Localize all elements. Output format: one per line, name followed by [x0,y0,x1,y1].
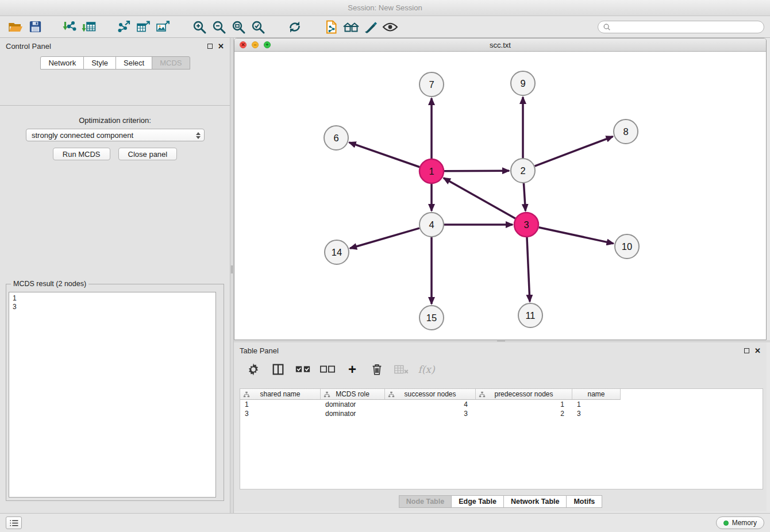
graph-node-label: 3 [523,219,529,230]
delete-table-icon[interactable] [394,361,410,377]
minimize-window-button[interactable]: − [252,41,259,48]
graph-node-label: 1 [429,166,434,176]
graph-node-label: 4 [429,219,434,230]
show-columns-icon[interactable] [270,361,286,377]
close-panel-button[interactable]: Close panel [118,148,178,160]
network-window-titlebar[interactable]: scc.txt ✕ − + [234,38,766,52]
tab-style[interactable]: Style [83,56,116,70]
open-file-icon[interactable] [6,17,25,37]
tab-node-table[interactable]: Node Table [399,495,452,508]
network-graph[interactable]: 7968124314101511 [234,52,766,340]
main-toolbar [0,16,770,38]
maximize-window-button[interactable]: + [264,41,271,48]
graph-edge-3-10[interactable] [538,228,613,244]
column-label: name [587,390,605,398]
show-hide-icon[interactable] [380,17,400,37]
graph-edge-3-11[interactable] [527,237,530,302]
table-row[interactable]: 1 dominator 4 1 1 [240,400,763,409]
export-network-icon[interactable] [114,17,133,37]
criterion-dropdown[interactable]: strongly connected component [26,129,205,141]
table-panel: Table Panel ✕ + [234,342,767,511]
cell-mcds-role[interactable]: dominator [321,410,385,418]
cell-mcds-role[interactable]: dominator [321,400,385,408]
tab-motifs[interactable]: Motifs [566,495,602,508]
table-panel-header: Table Panel ✕ [234,342,767,358]
delete-columns-icon[interactable] [369,361,385,377]
function-builder-icon[interactable]: f(x) [418,361,434,377]
network-from-selection-icon[interactable] [322,17,341,37]
column-label: MCDS role [336,390,369,398]
graph-edge-4-14[interactable] [350,228,419,248]
tab-mcds[interactable]: MCDS [152,56,190,70]
list-icon [9,519,19,527]
table-panel-tabs: Node Table Edge Table Network Table Moti… [234,495,767,508]
column-header-successor-nodes[interactable]: successor nodes [385,389,476,400]
zoom-fit-icon[interactable] [229,17,248,37]
column-label: successor nodes [404,390,456,398]
apply-layout-icon[interactable] [285,17,305,37]
mcds-result-line: 3 [9,303,215,311]
save-session-icon[interactable] [25,17,45,37]
tree-icon [388,391,395,398]
graph-edge-1-6[interactable] [349,142,420,167]
control-panel-title: Control Panel [6,42,51,51]
graph-edge-2-3[interactable] [523,183,525,211]
column-header-shared-name[interactable]: shared name [240,389,321,400]
run-mcds-button[interactable]: Run MCDS [53,148,110,160]
mcds-result-line: 1 [9,294,215,303]
network-canvas[interactable]: 7968124314101511 [234,52,766,340]
graph-node-label: 10 [622,241,632,252]
dropdown-stepper-icon [195,131,201,140]
graph-edge-1-2[interactable] [444,171,509,171]
tab-edge-table[interactable]: Edge Table [451,495,504,508]
criterion-dropdown-value: strongly connected component [32,131,133,140]
zoom-in-icon[interactable] [190,17,209,37]
unselect-all-icon[interactable] [319,361,336,377]
float-panel-icon[interactable] [744,348,749,353]
vertical-splitter[interactable] [230,38,234,513]
cell-shared-name[interactable]: 3 [240,410,321,418]
import-network-icon[interactable] [60,17,79,37]
tab-network-table[interactable]: Network Table [503,495,567,508]
first-neighbors-icon[interactable] [341,17,361,37]
mcds-result-box[interactable]: 1 3 [9,292,216,498]
create-column-icon[interactable]: + [344,361,360,377]
cell-predecessor-nodes[interactable]: 2 [476,410,572,418]
zoom-out-icon[interactable] [209,17,229,37]
mcds-result-legend: MCDS result (2 nodes) [11,280,88,288]
column-header-name[interactable]: name [572,389,621,400]
network-window-title: scc.txt [234,41,766,49]
zoom-selected-icon[interactable] [248,17,268,37]
memory-button[interactable]: Memory [716,516,764,529]
search-input[interactable] [614,23,759,31]
cell-predecessor-nodes[interactable]: 1 [476,400,572,408]
export-table-icon[interactable] [133,17,153,37]
column-header-predecessor-nodes[interactable]: predecessor nodes [476,389,572,400]
float-panel-icon[interactable] [207,44,213,49]
graph-edge-3-1[interactable] [444,178,515,218]
close-panel-icon[interactable]: ✕ [218,43,224,50]
graph-edge-2-8[interactable] [535,137,613,167]
memory-label: Memory [732,519,757,527]
close-window-button[interactable]: ✕ [240,41,247,48]
column-header-mcds-role[interactable]: MCDS role [321,389,385,400]
graph-node-label: 11 [525,310,535,321]
cell-shared-name[interactable]: 1 [240,400,321,408]
cell-name[interactable]: 1 [572,400,621,408]
tab-select[interactable]: Select [116,56,152,70]
export-image-icon[interactable] [153,17,172,37]
close-panel-icon[interactable]: ✕ [754,347,761,354]
cell-name[interactable]: 3 [572,410,621,418]
graph-node-label: 2 [520,165,525,176]
window-title: Session: New Session [348,3,422,12]
show-panels-button[interactable] [6,516,22,529]
search-box[interactable] [598,21,764,33]
apply-style-icon[interactable] [361,17,380,37]
cell-successor-nodes[interactable]: 3 [385,410,476,418]
table-settings-icon[interactable] [245,361,261,377]
select-all-icon[interactable] [295,361,311,377]
import-table-icon[interactable] [79,17,99,37]
table-row[interactable]: 3 dominator 3 2 3 [240,409,763,418]
cell-successor-nodes[interactable]: 4 [385,400,476,408]
tab-network[interactable]: Network [40,56,84,70]
